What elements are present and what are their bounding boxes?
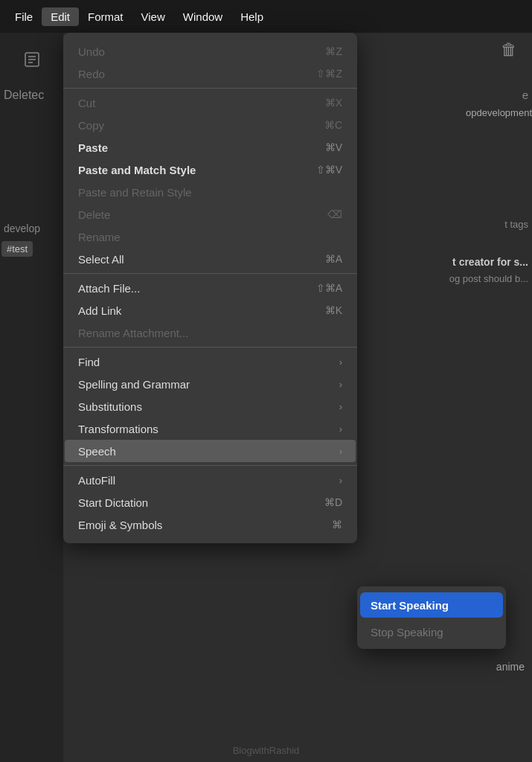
menu-edit[interactable]: Edit: [42, 7, 79, 26]
submenu-item-start-speaking[interactable]: Start Speaking: [360, 592, 503, 618]
menu-section-autofill: AutoFill › Start Dictation ⌘D Emoji & Sy…: [63, 466, 357, 539]
menu-item-attach-file[interactable]: Attach File... ⇧⌘A: [65, 277, 356, 299]
deleted-label: Deletec: [0, 89, 44, 102]
menu-item-find[interactable]: Find ›: [65, 350, 356, 373]
right-partial-anime: anime: [496, 661, 525, 673]
right-partial-1: e: [522, 89, 532, 101]
hashtag-label: #test: [1, 241, 33, 257]
menu-item-emoji-symbols[interactable]: Emoji & Symbols ⌘: [65, 513, 356, 536]
develop-label: develop: [0, 222, 40, 234]
menu-item-paste-retain[interactable]: Paste and Retain Style: [65, 181, 356, 203]
menu-item-undo[interactable]: Undo ⌘Z: [65, 40, 356, 63]
menu-item-start-dictation[interactable]: Start Dictation ⌘D: [65, 491, 356, 513]
menu-item-select-all[interactable]: Select All ⌘A: [65, 248, 356, 270]
edit-dropdown-menu: Undo ⌘Z Redo ⇧⌘Z Cut ⌘X Copy ⌘C Paste ⌘V…: [63, 33, 357, 543]
menu-item-transformations[interactable]: Transformations ›: [65, 417, 356, 440]
menu-item-paste-match[interactable]: Paste and Match Style ⇧⌘V: [65, 159, 356, 181]
menu-item-substitutions[interactable]: Substitutions ›: [65, 395, 356, 417]
menu-item-redo[interactable]: Redo ⇧⌘Z: [65, 63, 356, 85]
speech-submenu: Start Speaking Stop Speaking: [357, 586, 506, 649]
menu-item-autofill[interactable]: AutoFill ›: [65, 469, 356, 491]
menu-window[interactable]: Window: [174, 7, 231, 26]
menu-item-rename-attachment[interactable]: Rename Attachment...: [65, 321, 356, 344]
menu-section-undo-redo: Undo ⌘Z Redo ⇧⌘Z: [63, 37, 357, 89]
menu-item-paste[interactable]: Paste ⌘V: [65, 136, 356, 159]
menu-section-clipboard: Cut ⌘X Copy ⌘C Paste ⌘V Paste and Match …: [63, 89, 357, 274]
right-partial-tags: t tags: [504, 219, 528, 230]
right-partial-4: og post should b...: [449, 273, 528, 284]
sidebar-notes-icon: [16, 43, 48, 76]
menu-bar: File Edit Format View Window Help: [0, 0, 532, 33]
menu-file[interactable]: File: [6, 7, 42, 26]
menu-section-attach: Attach File... ⇧⌘A Add Link ⌘K Rename At…: [63, 274, 357, 348]
sidebar: [0, 33, 63, 762]
menu-format[interactable]: Format: [79, 7, 132, 26]
submenu-item-stop-speaking[interactable]: Stop Speaking: [357, 619, 506, 644]
right-partial-2: opdevelopment: [466, 107, 532, 118]
menu-item-spelling-grammar[interactable]: Spelling and Grammar ›: [65, 373, 356, 395]
trash-icon[interactable]: 🗑: [501, 40, 517, 60]
menu-item-speech[interactable]: Speech ›: [65, 440, 356, 462]
menu-help[interactable]: Help: [231, 7, 272, 26]
menu-section-find: Find › Spelling and Grammar › Substituti…: [63, 348, 357, 466]
right-partial-3: t creator for s...: [452, 256, 528, 268]
menu-item-rename[interactable]: Rename: [65, 225, 356, 248]
menu-item-add-link[interactable]: Add Link ⌘K: [65, 299, 356, 321]
menu-view[interactable]: View: [132, 7, 174, 26]
watermark: BlogwithRashid: [233, 745, 300, 756]
menu-item-copy[interactable]: Copy ⌘C: [65, 114, 356, 136]
menu-item-cut[interactable]: Cut ⌘X: [65, 92, 356, 114]
menu-item-delete[interactable]: Delete ⌫: [65, 203, 356, 225]
